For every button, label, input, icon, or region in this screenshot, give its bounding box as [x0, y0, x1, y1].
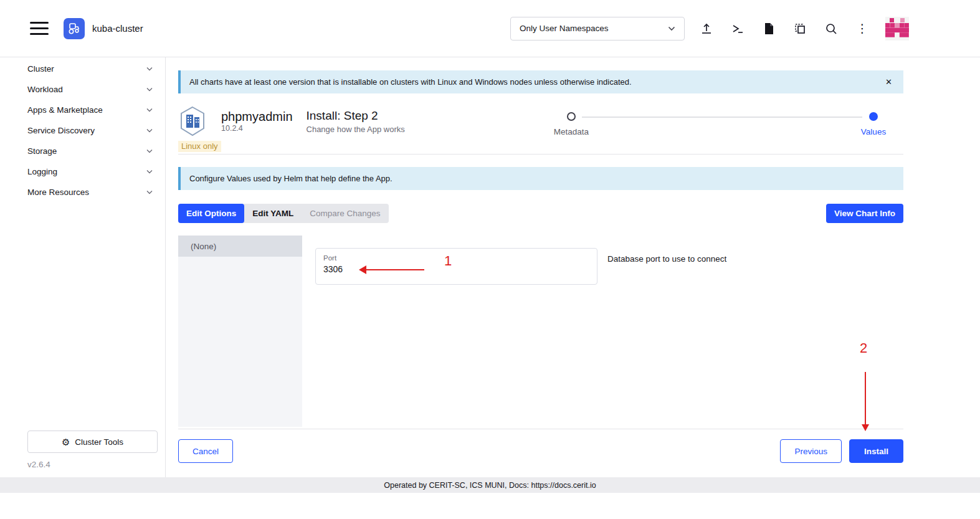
stepper-step-values[interactable]: Values [854, 112, 893, 136]
install-stepper: Metadata Values [527, 112, 903, 143]
app-version: 10.2.4 [221, 124, 293, 133]
group-item-none[interactable]: (None) [178, 236, 302, 257]
chevron-down-icon [146, 169, 153, 174]
copy-kubeconfig-icon[interactable] [784, 17, 816, 40]
chevron-down-icon [146, 190, 153, 194]
port-field-description: Database port to use to connect [607, 254, 726, 264]
configure-values-banner: Configure Values used by Helm that help … [178, 167, 903, 190]
divider [178, 154, 903, 155]
configure-values-text: Configure Values used by Helm that help … [189, 174, 392, 183]
cluster-name: kuba-cluster [92, 23, 143, 34]
sidebar-item-more-resources[interactable]: More Resources [0, 182, 165, 202]
sidebar-item-service-discovery[interactable]: Service Discovery [0, 120, 165, 141]
port-field-label: Port [323, 254, 589, 262]
phpmyadmin-chart-icon [178, 106, 207, 137]
footer-text: Operated by CERIT-SC, ICS MUNI, Docs: ht… [384, 481, 596, 490]
app-name: phpmyadmin [221, 106, 293, 123]
tab-edit-yaml[interactable]: Edit YAML [244, 204, 302, 223]
editor-tabs: Edit Options Edit YAML Compare Changes [178, 204, 389, 223]
question-group-list: (None) [178, 236, 302, 427]
values-form: (None) Port Database port to use to conn… [178, 236, 903, 427]
charts-notice-text: All charts have at least one version tha… [189, 77, 632, 87]
close-icon[interactable]: ✕ [885, 77, 892, 87]
annotation-step2-arrowhead [862, 424, 869, 431]
top-header: kuba-cluster Only User Namespaces [0, 0, 980, 57]
rancher-version: v2.6.4 [27, 460, 50, 469]
namespace-filter-select[interactable]: Only User Namespaces [510, 17, 685, 40]
install-step-title: Install: Step 2 [307, 106, 405, 123]
sidebar-item-storage[interactable]: Storage [0, 141, 165, 161]
sidebar-item-cluster[interactable]: Cluster [0, 59, 165, 79]
sidebar-item-workload[interactable]: Workload [0, 79, 165, 100]
charts-notice-banner: All charts have at least one version tha… [178, 70, 903, 93]
divider [178, 429, 903, 429]
port-field-card: Port [315, 248, 597, 285]
sidebar: Cluster Workload Apps & Marketplace Serv… [0, 57, 166, 477]
step-dot-values [869, 112, 878, 121]
chevron-down-icon [668, 26, 675, 31]
user-avatar[interactable] [885, 17, 909, 40]
install-button[interactable]: Install [849, 439, 903, 463]
footer-bar: Operated by CERIT-SC, ICS MUNI, Docs: ht… [0, 477, 980, 493]
previous-button[interactable]: Previous [780, 439, 842, 463]
stepper-step-metadata[interactable]: Metadata [551, 112, 591, 136]
import-yaml-icon[interactable] [691, 17, 722, 40]
cluster-tools-button[interactable]: ⚙ Cluster Tools [27, 431, 158, 453]
stepper-line [582, 117, 862, 118]
gear-icon: ⚙ [62, 437, 70, 447]
cancel-button[interactable]: Cancel [178, 439, 233, 463]
kubectl-shell-icon[interactable] [722, 17, 753, 40]
chevron-down-icon [146, 67, 153, 71]
view-chart-info-button[interactable]: View Chart Info [826, 204, 903, 223]
annotation-step2-arrow [865, 372, 866, 426]
annotation-step2-number: 2 [860, 341, 867, 355]
annotation-step1-arrow [366, 269, 424, 270]
hamburger-menu-icon[interactable] [30, 22, 49, 35]
tab-edit-options[interactable]: Edit Options [178, 204, 244, 223]
chevron-down-icon [146, 149, 153, 153]
chevron-down-icon [146, 128, 153, 133]
app-header: phpmyadmin 10.2.4 Install: Step 2 Change… [178, 106, 903, 138]
kebab-menu-icon[interactable]: ⋮ [847, 17, 878, 40]
download-kubeconfig-icon[interactable] [753, 17, 784, 40]
annotation-step1-number: 1 [444, 254, 452, 268]
sidebar-item-logging[interactable]: Logging [0, 161, 165, 182]
os-badge: Linux only [178, 141, 221, 152]
main-content: All charts have at least one version tha… [166, 57, 980, 477]
install-step-subtitle: Change how the App works [307, 125, 405, 134]
sidebar-item-apps-marketplace[interactable]: Apps & Marketplace [0, 100, 165, 120]
chevron-down-icon [146, 87, 153, 92]
cluster-logo-icon[interactable] [64, 18, 85, 39]
step-dot-metadata [567, 112, 576, 121]
annotation-step1-arrowhead [359, 265, 366, 274]
search-icon[interactable] [816, 17, 847, 40]
chevron-down-icon [146, 108, 153, 112]
namespace-filter-value: Only User Namespaces [520, 24, 609, 33]
tab-compare-changes[interactable]: Compare Changes [302, 204, 388, 223]
